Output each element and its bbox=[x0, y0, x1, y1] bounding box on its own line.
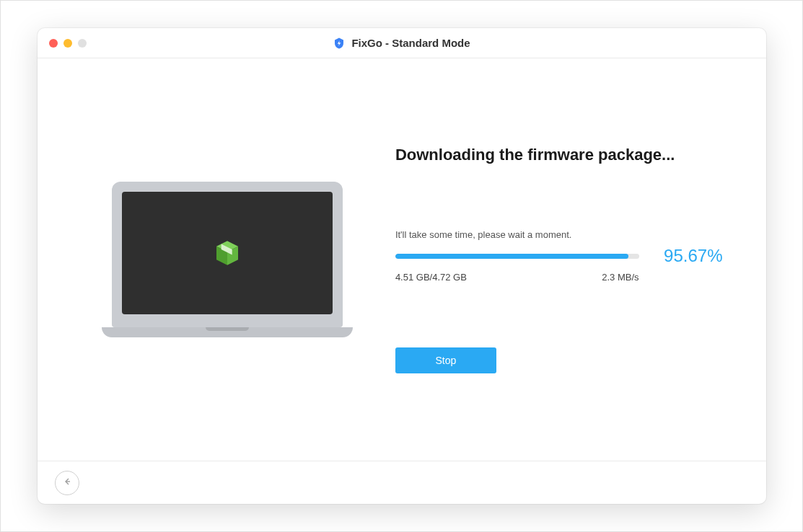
progress-fill bbox=[395, 254, 628, 259]
titlebar: FixGo - Standard Mode bbox=[38, 28, 766, 58]
window-title: FixGo - Standard Mode bbox=[351, 37, 470, 49]
window-controls bbox=[49, 39, 87, 48]
footer bbox=[38, 461, 766, 504]
maximize-window-button[interactable] bbox=[78, 39, 87, 48]
progress-pane: Downloading the firmware package... It'l… bbox=[388, 146, 737, 373]
app-icon bbox=[333, 37, 346, 50]
download-speed: 2.3 MB/s bbox=[602, 272, 639, 283]
window-title-wrap: FixGo - Standard Mode bbox=[333, 37, 470, 50]
back-button[interactable] bbox=[55, 471, 79, 495]
heading: Downloading the firmware package... bbox=[395, 146, 723, 164]
package-box-icon bbox=[213, 239, 242, 267]
laptop-illustration bbox=[112, 182, 343, 337]
downloaded-size: 4.51 GB/4.72 GB bbox=[395, 272, 467, 283]
illustration-pane bbox=[66, 182, 388, 337]
close-window-button[interactable] bbox=[49, 39, 58, 48]
app-window: FixGo - Standard Mode bbox=[38, 28, 766, 504]
progress-stats: 4.51 GB/4.72 GB 2.3 MB/s bbox=[395, 272, 723, 283]
subtext: It'll take some time, please wait a mome… bbox=[395, 229, 723, 240]
content-area: Downloading the firmware package... It'l… bbox=[38, 58, 766, 461]
stop-button[interactable]: Stop bbox=[395, 347, 496, 373]
progress-bar bbox=[395, 254, 639, 259]
minimize-window-button[interactable] bbox=[63, 39, 72, 48]
progress-row: 95.67% bbox=[395, 246, 723, 266]
progress-percent: 95.67% bbox=[651, 246, 723, 266]
arrow-left-icon bbox=[61, 476, 73, 489]
